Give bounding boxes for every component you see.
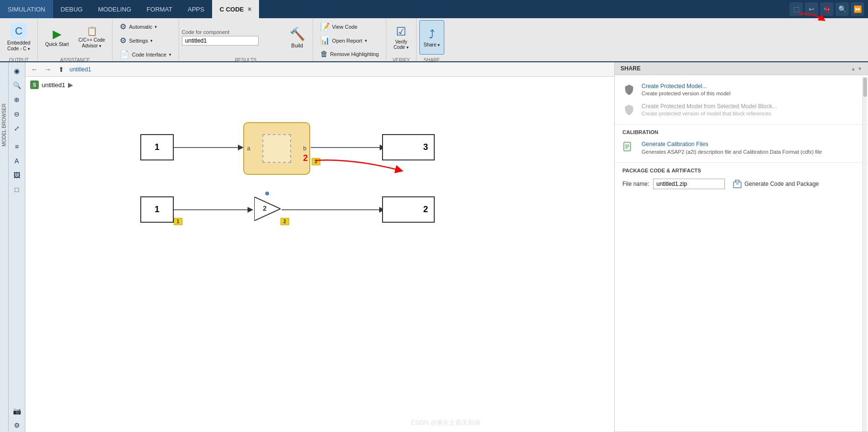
ribbon-group-assistance: ▶ Quick Start 📋 C/C++ CodeAdvisor ▾ ASSI… bbox=[38, 18, 113, 61]
code-for-comp-label: Code for component bbox=[182, 29, 281, 35]
remove-highlighting-btn[interactable]: 🗑 Remove Highlighting bbox=[316, 48, 383, 60]
build-label: Build bbox=[291, 43, 303, 48]
forward-btn[interactable]: → bbox=[43, 64, 53, 75]
build-btn[interactable]: 🔨 Build bbox=[285, 20, 310, 55]
left-btn-9[interactable]: □ bbox=[10, 183, 23, 196]
embedded-code-btn[interactable]: C EmbeddedCode - C ▾ bbox=[3, 20, 34, 55]
const1-value: 1 bbox=[155, 142, 159, 152]
remove-highlighting-label: Remove Highlighting bbox=[330, 51, 379, 57]
const-block-2: 1 bbox=[140, 196, 174, 223]
ribbon-group-generate: Code for component 🔨 Build RESULTS bbox=[179, 18, 313, 61]
left-btn-1[interactable]: ◉ bbox=[10, 64, 23, 78]
arrow-gain-disp2 bbox=[282, 196, 387, 223]
model-title-bar: S untitled1 ▶ bbox=[30, 80, 73, 89]
left-btn-6[interactable]: ≡ bbox=[10, 140, 23, 153]
generate-code-package-btn[interactable]: Generate Code and Package bbox=[729, 177, 823, 191]
share-top: ⤴ Share ▾ bbox=[417, 18, 447, 57]
menu-apps[interactable]: APPS bbox=[180, 0, 212, 18]
top-btn-more[interactable]: ⏩ bbox=[851, 2, 864, 16]
left-btn-bottom[interactable]: ⚙ bbox=[10, 419, 23, 432]
build-icon: 🔨 bbox=[290, 27, 305, 42]
panel-scrollbar[interactable] bbox=[862, 77, 867, 432]
display-block-2: 2 bbox=[382, 196, 435, 223]
embedded-code-icon: C bbox=[11, 23, 27, 39]
create-from-block-title: Create Protected Model from Selected Mod… bbox=[642, 103, 777, 110]
model-browser-tab[interactable]: MODEL BROWSER bbox=[0, 101, 8, 149]
ribbon-group-verify: ☑ VerifyCode ▾ VERIFY bbox=[386, 18, 417, 61]
package-section: PACKAGE CODE & ARTIFACTS File name: Gene… bbox=[615, 163, 868, 195]
gain-svg: 2 bbox=[254, 197, 281, 221]
tab-close-icon[interactable]: × bbox=[248, 5, 251, 13]
left-btn-3[interactable]: ⊕ bbox=[10, 93, 23, 106]
display1-value: 3 bbox=[423, 142, 428, 152]
output-buttons: C EmbeddedCode - C ▾ bbox=[0, 18, 37, 57]
left-btn-4[interactable]: ⊖ bbox=[10, 107, 23, 121]
subsystem-block: a b bbox=[243, 122, 310, 175]
ribbon-group-results: 📝 View Code 📊 Open Report ▾ 🗑 Remove Hig… bbox=[313, 18, 387, 61]
sub-port-a: a bbox=[247, 145, 250, 152]
generate-calibration-item[interactable]: Generate Calibration Files Generates ASA… bbox=[622, 139, 860, 158]
settings-btn[interactable]: ⚙ Settings ▾ bbox=[115, 34, 157, 47]
automatic-arrow: ▾ bbox=[155, 24, 157, 29]
top-right-controls: ⬚ ↩ ↪ 🔍 ⏩ bbox=[789, 0, 868, 18]
create-protected-item[interactable]: Create Protected Model... Create protect… bbox=[622, 81, 860, 98]
create-protected-icon bbox=[622, 83, 636, 96]
package-icon bbox=[733, 180, 742, 188]
top-btn-search[interactable]: 🔍 bbox=[835, 2, 849, 16]
share-icon: ⤴ bbox=[429, 28, 435, 41]
subsystem-inner bbox=[262, 134, 291, 163]
top-btn-1[interactable]: ⬚ bbox=[789, 2, 803, 16]
ribbon-group-share: ⤴ Share ▾ SHARE bbox=[417, 18, 447, 61]
file-name-input[interactable] bbox=[653, 179, 725, 189]
menu-debug[interactable]: DEBUG bbox=[53, 0, 90, 18]
quick-start-label: Quick Start bbox=[45, 42, 68, 47]
ribbon-group-prepare: ⚙ Automatic ▾ ⚙ Settings ▾ 📄 Code Interf… bbox=[113, 18, 179, 61]
settings-icon: ⚙ bbox=[120, 36, 126, 45]
top-btn-redo[interactable]: ↪ bbox=[820, 2, 834, 16]
sub-port-b: b bbox=[303, 145, 306, 152]
const2-value: 1 bbox=[155, 205, 159, 215]
create-from-block-desc: Create protected version of model that b… bbox=[642, 111, 777, 116]
menu-simulation[interactable]: SIMULATION bbox=[0, 0, 53, 18]
scroll-up-btn[interactable]: ▲ bbox=[851, 66, 856, 71]
generate-package-label: Generate Code and Package bbox=[744, 181, 819, 187]
menu-ccode[interactable]: C CODE × bbox=[212, 0, 259, 18]
scrollbar-thumb[interactable] bbox=[863, 78, 867, 97]
automatic-btn[interactable]: ⚙ Automatic ▾ bbox=[115, 20, 161, 33]
open-report-btn[interactable]: 📊 Open Report ▾ bbox=[316, 34, 372, 47]
create-from-block-item[interactable]: Create Protected Model from Selected Mod… bbox=[622, 101, 860, 118]
automatic-icon: ⚙ bbox=[120, 22, 126, 31]
calibration-icon bbox=[622, 141, 636, 154]
display2-value: 2 bbox=[423, 205, 428, 215]
gain-pin bbox=[265, 192, 269, 195]
scroll-down-btn[interactable]: ▼ bbox=[857, 66, 862, 71]
left-btn-7[interactable]: A bbox=[10, 154, 23, 168]
arrow-sub-disp1 bbox=[311, 134, 387, 160]
top-btn-undo[interactable]: ↩ bbox=[805, 2, 818, 16]
back-btn[interactable]: ← bbox=[29, 64, 40, 75]
assistance-buttons: ▶ Quick Start 📋 C/C++ CodeAdvisor ▾ bbox=[38, 18, 112, 57]
view-code-icon: 📝 bbox=[320, 22, 330, 31]
settings-label: Settings bbox=[129, 38, 148, 44]
breadcrumb[interactable]: untitled1 bbox=[69, 66, 91, 73]
menu-modeling[interactable]: MODELING bbox=[90, 0, 139, 18]
quick-start-btn[interactable]: ▶ Quick Start bbox=[41, 20, 73, 55]
left-btn-5[interactable]: ⤢ bbox=[10, 122, 23, 135]
view-code-btn[interactable]: 📝 View Code bbox=[316, 20, 362, 33]
cc-advisor-label: C/C++ CodeAdvisor ▾ bbox=[79, 37, 105, 49]
badge-gain-val: 2 bbox=[283, 219, 286, 224]
verify-code-btn[interactable]: ☑ VerifyCode ▾ bbox=[389, 20, 413, 55]
ccode-label: C CODE bbox=[220, 6, 244, 13]
code-interface-btn[interactable]: 📄 Code Interface ▾ bbox=[115, 48, 175, 61]
left-btn-camera[interactable]: 📷 bbox=[10, 404, 23, 418]
calibration-file-icon bbox=[623, 142, 635, 153]
menu-format[interactable]: FORMAT bbox=[139, 0, 180, 18]
left-btn-8[interactable]: 🖼 bbox=[10, 169, 23, 182]
cc-advisor-btn[interactable]: 📋 C/C++ CodeAdvisor ▾ bbox=[74, 20, 110, 55]
badge-sub-out: 3 bbox=[312, 158, 320, 165]
left-btn-2[interactable]: 🔍 bbox=[10, 79, 23, 92]
code-component-input[interactable] bbox=[182, 36, 259, 45]
share-btn[interactable]: ⤴ Share ▾ bbox=[419, 20, 444, 55]
up-btn[interactable]: ⬆ bbox=[56, 64, 67, 75]
cc-advisor-icon: 📋 bbox=[87, 26, 97, 36]
